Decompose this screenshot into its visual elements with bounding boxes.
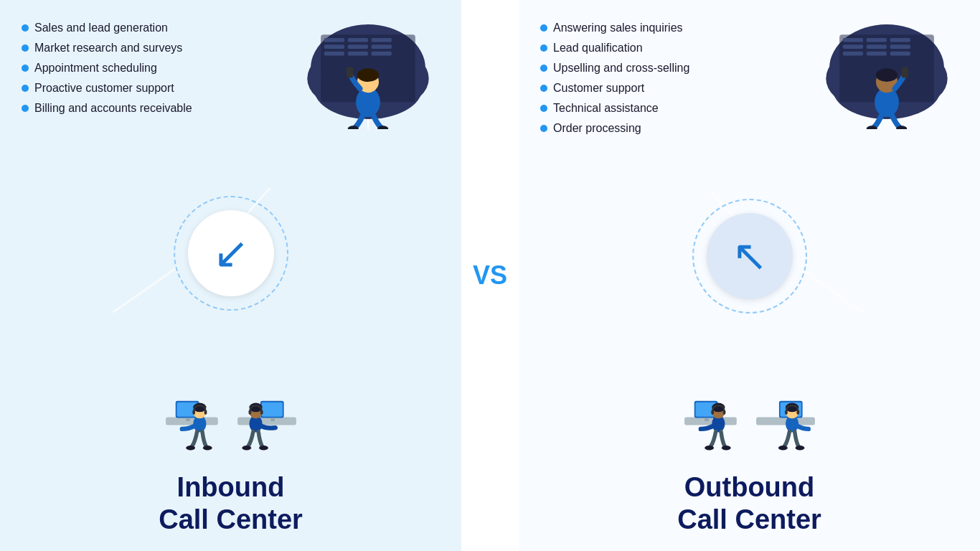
- cloud-svg-left: [296, 14, 440, 129]
- svg-rect-13: [372, 52, 392, 56]
- list-item-text: Market research and surveys: [34, 42, 182, 55]
- svg-point-77: [721, 446, 730, 450]
- list-item: Order processing: [540, 122, 689, 135]
- svg-point-76: [705, 446, 714, 450]
- inbound-cloud-illustration: [296, 14, 440, 136]
- list-item-text: Customer support: [553, 82, 644, 95]
- svg-point-88: [795, 446, 804, 450]
- svg-rect-34: [237, 417, 296, 425]
- outbound-bullet-list: Answering sales inquiries Lead qualifica…: [540, 22, 689, 142]
- svg-rect-52: [843, 52, 863, 56]
- inbound-bottom-row: Inbound Call Center: [22, 371, 440, 537]
- svg-rect-10: [348, 52, 368, 56]
- outbound-bottom-row: Outbound Call Center: [540, 371, 958, 537]
- list-item-text: Sales and lead generation: [34, 22, 168, 34]
- svg-point-33: [202, 446, 212, 450]
- svg-point-43: [242, 446, 251, 450]
- inbound-middle-row: ↙: [22, 136, 440, 371]
- list-item-text: Appointment scheduling: [34, 62, 157, 75]
- inbound-arrow-icon: ↙: [213, 232, 249, 275]
- inbound-arrow-wrapper: ↙: [188, 210, 274, 296]
- inbound-title: Inbound Call Center: [159, 471, 303, 537]
- svg-rect-55: [867, 52, 887, 56]
- list-item-text: Answering sales inquiries: [553, 22, 683, 34]
- bullet-dot: [22, 44, 29, 52]
- svg-rect-8: [348, 38, 368, 42]
- list-item-text: Order processing: [553, 122, 641, 135]
- svg-rect-5: [324, 38, 344, 42]
- outbound-arrow-circle: ↖: [707, 213, 793, 299]
- svg-rect-17: [347, 67, 353, 77]
- svg-rect-31: [204, 410, 207, 414]
- svg-rect-42: [260, 410, 263, 414]
- svg-rect-54: [867, 44, 887, 49]
- inbound-workers-illustration: [159, 371, 303, 457]
- inbound-panel: Sales and lead generation Market researc…: [0, 0, 461, 551]
- list-item-text: Technical assistance: [553, 102, 659, 115]
- svg-rect-51: [843, 44, 863, 49]
- outbound-arrow-icon: ↖: [732, 235, 768, 278]
- outbound-title-line2: Call Center: [677, 504, 821, 534]
- inbound-title-line2: Call Center: [159, 504, 303, 534]
- svg-rect-37: [270, 418, 274, 421]
- outbound-title: Outbound Call Center: [677, 471, 821, 537]
- inbound-title-line1: Inbound: [177, 472, 285, 502]
- svg-rect-26: [186, 418, 189, 421]
- svg-line-22: [113, 267, 179, 313]
- list-item: Technical assistance: [540, 102, 689, 115]
- svg-rect-41: [248, 410, 251, 414]
- list-item: Market research and surveys: [22, 42, 192, 55]
- svg-point-87: [778, 446, 788, 450]
- list-item-text: Billing and accounts receivable: [34, 102, 192, 115]
- outbound-middle-row: ↖: [540, 142, 958, 371]
- svg-rect-9: [348, 44, 368, 49]
- bullet-dot: [540, 125, 547, 132]
- svg-rect-57: [890, 44, 910, 49]
- list-item-text: Lead qualification: [553, 42, 643, 55]
- list-item: Answering sales inquiries: [540, 22, 689, 34]
- outbound-workers-illustration: [678, 371, 821, 457]
- outbound-title-line1: Outbound: [684, 472, 814, 502]
- svg-rect-7: [324, 52, 344, 56]
- list-item: Appointment scheduling: [22, 62, 192, 75]
- svg-rect-30: [192, 410, 195, 414]
- workers-svg-left: [159, 371, 303, 457]
- inbound-arrow-circle: ↙: [188, 210, 274, 296]
- workers-svg-right: [678, 371, 821, 457]
- svg-rect-86: [796, 410, 799, 414]
- svg-line-66: [801, 270, 867, 316]
- svg-rect-85: [785, 410, 788, 414]
- outbound-arrow-wrapper: ↖: [707, 213, 793, 299]
- bullet-dot: [22, 24, 29, 32]
- svg-rect-53: [867, 38, 887, 42]
- vs-divider: VS: [461, 0, 519, 551]
- svg-rect-78: [756, 417, 815, 425]
- bullet-dot: [540, 24, 547, 32]
- svg-rect-67: [684, 417, 737, 425]
- outbound-cloud-illustration: [815, 14, 958, 136]
- svg-rect-36: [261, 402, 282, 416]
- list-item: Proactive customer support: [22, 82, 192, 95]
- cloud-svg-right: [815, 14, 958, 129]
- list-item: Sales and lead generation: [22, 22, 192, 34]
- list-item: Lead qualification: [540, 42, 689, 55]
- left-top-row: Sales and lead generation Market researc…: [22, 14, 440, 136]
- bullet-dot: [540, 85, 547, 92]
- list-item-text: Upselling and cross-selling: [553, 62, 689, 75]
- right-top-row: Answering sales inquiries Lead qualifica…: [540, 14, 958, 142]
- bullet-dot: [22, 105, 29, 112]
- outbound-panel: Answering sales inquiries Lead qualifica…: [519, 0, 980, 551]
- svg-rect-74: [711, 410, 714, 414]
- list-item-text: Proactive customer support: [34, 82, 174, 95]
- svg-rect-56: [890, 38, 910, 42]
- svg-rect-12: [372, 44, 392, 49]
- bullet-dot: [22, 85, 29, 92]
- svg-rect-75: [722, 410, 725, 414]
- bullet-dot: [22, 65, 29, 72]
- svg-rect-23: [166, 417, 218, 425]
- svg-point-61: [876, 68, 897, 82]
- svg-point-16: [357, 68, 379, 82]
- svg-point-32: [186, 446, 195, 450]
- svg-rect-6: [324, 44, 344, 49]
- list-item: Billing and accounts receivable: [22, 102, 192, 115]
